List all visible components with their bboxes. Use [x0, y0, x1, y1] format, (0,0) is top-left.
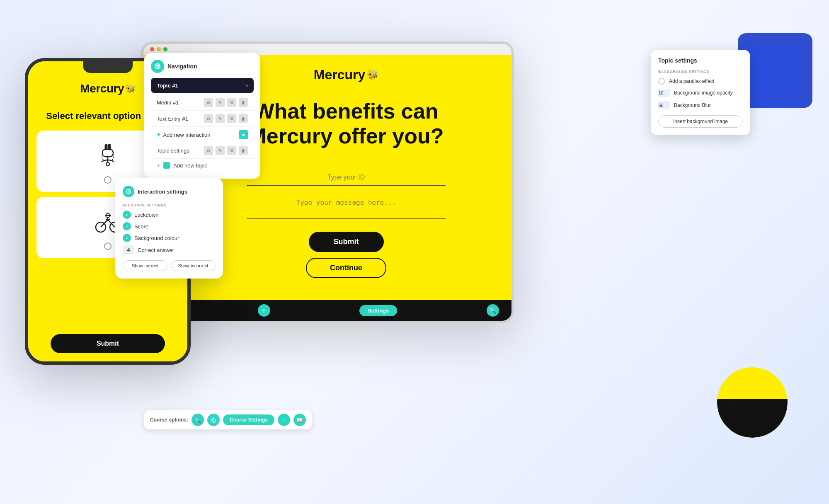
opacity-setting: Background image opacity — [658, 89, 743, 97]
topic-settings-panel: Topic settings BACKGROUND SETTINGS Add a… — [651, 50, 750, 135]
correct-answer-row: 4 Correct answer — [123, 245, 216, 254]
parallax-setting: Add a parallax effect — [658, 78, 743, 85]
correct-answer-number[interactable]: 4 — [123, 245, 134, 254]
nav-new-topic-icon — [163, 162, 170, 169]
phone-mercury-logo: Mercury 🐝 — [80, 82, 136, 95]
nav-add-interaction-label: Add new interaction — [163, 132, 210, 138]
nav-topic-delete-icon[interactable]: 🗑 — [239, 146, 248, 155]
nav-title: Navigation — [167, 63, 197, 70]
svg-point-4 — [106, 162, 109, 166]
nav-item-text-entry[interactable]: Text Entry #1 ⊘ ✎ ⧉ 🗑 — [151, 111, 254, 127]
nav-new-topic-plus-icon: + — [157, 162, 160, 169]
tablet-bottom-bar: ⊞ + Settings 🔍 — [143, 300, 511, 321]
bg-colour-label: Background colour — [134, 235, 179, 241]
bg-settings-label: BACKGROUND SETTINGS — [658, 70, 743, 74]
course-options-bar: Course options: 🔍 ⏻ Course Settings ↑ 📖 — [144, 410, 312, 429]
toolbar-dot-yellow — [157, 47, 161, 51]
toolbar-dot-green — [163, 47, 167, 51]
nav-item-text-icons: ⊘ ✎ ⧉ 🗑 — [204, 114, 248, 123]
score-label: Score — [134, 223, 148, 230]
course-options-label: Course options: — [150, 417, 188, 423]
nav-text-delete-icon[interactable]: 🗑 — [239, 114, 248, 123]
course-search-icon[interactable]: 🔍 — [191, 414, 204, 426]
tablet-bee-icon: 🐝 — [367, 69, 378, 80]
course-upload-icon[interactable]: ↑ — [278, 414, 290, 426]
parallax-radio[interactable] — [658, 78, 665, 85]
nav-topic-label: Topic #1 — [157, 82, 178, 89]
bottom-plus-icon[interactable]: + — [258, 304, 270, 317]
opacity-input[interactable] — [658, 89, 670, 97]
nav-topic-visibility-icon[interactable]: ⊘ — [204, 146, 213, 155]
bottom-search-icon[interactable]: 🔍 — [487, 304, 499, 317]
svg-line-8 — [108, 220, 115, 227]
nav-add-interaction-row[interactable]: + Add new interaction ■ — [151, 127, 254, 143]
nav-item-topic-settings[interactable]: Topic settings ⊘ ✎ ⧉ 🗑 — [151, 143, 254, 159]
interaction-logo-icon — [123, 186, 134, 197]
nav-item-media-icons: ⊘ ✎ ⧉ 🗑 — [204, 98, 248, 107]
nav-add-new-topic-label: Add new topic — [173, 162, 207, 169]
bg-colour-check-icon: ✓ — [123, 234, 131, 242]
score-check-icon: ✓ — [123, 222, 131, 230]
nav-logo-icon — [151, 60, 164, 73]
tablet-id-input[interactable] — [247, 170, 446, 186]
feedback-bg-colour-item: ✓ Background colour — [123, 234, 216, 242]
bottom-settings-button[interactable]: Settings — [359, 305, 397, 316]
feedback-lockdown-item: ✓ Lockdown — [123, 211, 216, 219]
plug-icon — [91, 139, 124, 172]
bee-icon: 🐝 — [126, 84, 136, 94]
nav-edit-icon[interactable]: ✎ — [216, 98, 225, 107]
nav-add-teal-icon[interactable]: ■ — [239, 130, 248, 139]
opacity-label: Background image opacity — [674, 90, 732, 96]
nav-panel-header: Navigation — [151, 60, 254, 73]
interaction-settings-panel: Interaction settings FEEDBACK SETTINGS ✓… — [115, 178, 223, 279]
correct-answer-label: Correct answer — [138, 247, 174, 253]
course-power-icon[interactable]: ⏻ — [207, 414, 220, 426]
nav-visibility-icon[interactable]: ⊘ — [204, 98, 213, 107]
nav-copy-icon[interactable]: ⧉ — [227, 98, 236, 107]
nav-topic-copy-icon[interactable]: ⧉ — [227, 146, 236, 155]
blur-label: Background Blur — [674, 102, 711, 108]
course-settings-button[interactable]: Course Settings — [223, 414, 274, 425]
nav-item-topic-settings-label: Topic settings — [157, 148, 189, 154]
show-incorrect-button[interactable]: Show incorrect — [171, 260, 216, 271]
show-buttons-row: Show correct Show incorrect — [123, 260, 216, 271]
phone-notch — [83, 61, 133, 73]
navigation-panel: Navigation Topic #1 › Media #1 ⊘ ✎ ⧉ 🗑 T… — [144, 53, 260, 179]
tablet-message-textarea[interactable] — [247, 194, 446, 219]
nav-item-media[interactable]: Media #1 ⊘ ✎ ⧉ 🗑 — [151, 94, 254, 111]
lockdown-label: Lockdown — [134, 212, 159, 218]
nav-item-topic-icons: ⊘ ✎ ⧉ 🗑 — [204, 146, 248, 155]
option-1-radio[interactable] — [104, 176, 112, 184]
tablet-mercury-logo: Mercury 🐝 — [314, 67, 379, 82]
phone-submit-button[interactable]: Submit — [51, 334, 165, 353]
nav-text-copy-icon[interactable]: ⧉ — [227, 114, 236, 123]
nav-add-new-topic-row[interactable]: + Add new topic — [151, 159, 254, 172]
lockdown-check-icon: ✓ — [123, 211, 131, 219]
course-book-icon[interactable]: 📖 — [293, 414, 306, 426]
nav-item-text-label: Text Entry #1 — [157, 116, 188, 122]
blur-setting: Background Blur — [658, 101, 743, 109]
blur-input[interactable] — [658, 101, 670, 109]
insert-background-button[interactable]: Insert background image — [658, 115, 743, 128]
nav-delete-icon[interactable]: 🗑 — [239, 98, 248, 107]
interaction-panel-header: Interaction settings — [123, 186, 216, 197]
svg-line-9 — [101, 220, 108, 227]
parallax-label: Add a parallax effect — [669, 78, 714, 84]
topic-settings-title: Topic settings — [658, 57, 743, 64]
nav-text-visibility-icon[interactable]: ⊘ — [204, 114, 213, 123]
tablet-continue-button[interactable]: Continue — [306, 258, 386, 278]
nav-text-edit-icon[interactable]: ✎ — [216, 114, 225, 123]
toolbar-dot-red — [150, 47, 154, 51]
deco-yellow-circle — [717, 367, 788, 438]
tablet-headline: What benefits can Mercury offer you? — [249, 99, 444, 149]
interaction-panel-title: Interaction settings — [138, 189, 187, 195]
option-2-radio[interactable] — [104, 242, 112, 250]
nav-topic-edit-icon[interactable]: ✎ — [216, 146, 225, 155]
feedback-score-item: ✓ Score — [123, 222, 216, 230]
svg-rect-2 — [102, 149, 113, 157]
nav-topic-row[interactable]: Topic #1 › — [151, 78, 254, 93]
tablet-submit-button[interactable]: Submit — [309, 232, 384, 252]
nav-item-media-label: Media #1 — [157, 99, 179, 106]
show-correct-button[interactable]: Show correct — [123, 260, 167, 271]
nav-add-plus-icon: + — [157, 131, 160, 138]
